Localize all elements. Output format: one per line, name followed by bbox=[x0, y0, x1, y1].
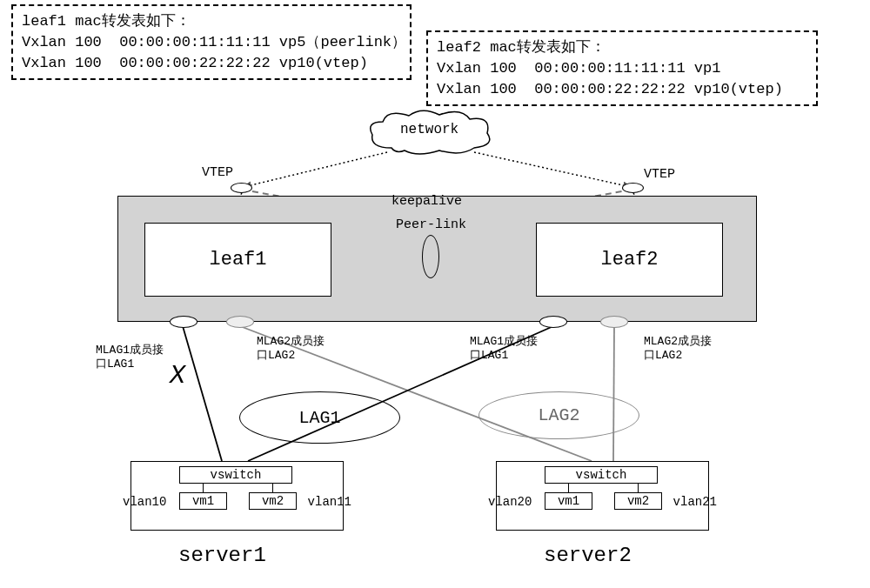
server1-vm2: vm2 bbox=[249, 492, 297, 510]
leaf2-port-lag2 bbox=[600, 316, 628, 328]
leaf2-mac-table: leaf2 mac转发表如下： Vxlan 100 00:00:00:11:11… bbox=[426, 30, 818, 106]
server2-vswitch: vswitch bbox=[545, 466, 658, 484]
vtep-label-right: VTEP bbox=[644, 167, 675, 182]
lag2-group: LAG2 bbox=[478, 391, 639, 439]
vswitch-label: vswitch bbox=[576, 468, 627, 482]
mlag-label-leaf1-lag1: MLAG1成员接口LAG1 bbox=[96, 344, 174, 371]
leaf2-label: leaf2 bbox=[600, 249, 658, 271]
leaf2-port-lag1 bbox=[539, 316, 567, 328]
mlag-label-leaf2-lag1: MLAG1成员接口LAG1 bbox=[470, 335, 548, 362]
leaf1-mac-table: leaf1 mac转发表如下： Vxlan 100 00:00:00:11:11… bbox=[11, 4, 412, 80]
vtep-label-left: VTEP bbox=[202, 165, 233, 180]
link-failure-mark: X bbox=[170, 361, 185, 391]
server1-vm1: vm1 bbox=[179, 492, 227, 510]
vm1-label: vm1 bbox=[192, 494, 214, 508]
server1-vlan-left: vlan10 bbox=[123, 495, 166, 509]
server1-vlan-right: vlan11 bbox=[308, 495, 351, 509]
server2-vlan-right: vlan21 bbox=[673, 495, 717, 509]
mlag-label-leaf2-lag2: MLAG2成员接口LAG2 bbox=[644, 335, 722, 362]
mlag-label-leaf1-lag2: MLAG2成员接口LAG2 bbox=[257, 335, 335, 362]
leaf1-label: leaf1 bbox=[209, 249, 266, 271]
leaf1-switch: leaf1 bbox=[144, 223, 331, 297]
leaf1-mac-title: leaf1 mac转发表如下： bbox=[22, 13, 191, 30]
server2-name: server2 bbox=[544, 544, 632, 567]
svg-line-6 bbox=[613, 326, 614, 461]
server1-vswitch: vswitch bbox=[179, 466, 292, 484]
leaf2-switch: leaf2 bbox=[536, 223, 723, 297]
leaf1-mac-row1: Vxlan 100 00:00:00:11:11:11 vp5（peerlink… bbox=[22, 34, 406, 50]
leaf2-mac-title: leaf2 mac转发表如下： bbox=[437, 39, 606, 56]
peer-link-oval bbox=[422, 235, 439, 278]
vtep-port-right bbox=[622, 183, 644, 193]
leaf1-port-lag2 bbox=[226, 316, 254, 328]
server2-box: vswitch vm1 vm2 vlan20 vlan21 bbox=[496, 461, 709, 531]
server1-name: server1 bbox=[178, 544, 266, 567]
server2-vm2: vm2 bbox=[614, 492, 662, 510]
svg-line-3 bbox=[183, 326, 222, 461]
server2-vlan-left: vlan20 bbox=[488, 495, 532, 509]
leaf1-port-lag1 bbox=[170, 316, 197, 328]
network-label: network bbox=[400, 122, 458, 137]
server2-vm1: vm1 bbox=[545, 492, 592, 510]
leaf2-mac-row2: Vxlan 100 00:00:00:22:22:22 vp10(vtep) bbox=[437, 81, 783, 97]
lag1-group: LAG1 bbox=[239, 391, 400, 444]
vswitch-label: vswitch bbox=[211, 468, 262, 482]
lag2-label: LAG2 bbox=[538, 405, 579, 425]
keepalive-label: keepalive bbox=[392, 194, 462, 209]
leaf2-mac-row1: Vxlan 100 00:00:00:11:11:11 vp1 bbox=[437, 60, 720, 77]
server1-box: vswitch vm1 vm2 vlan10 vlan11 bbox=[130, 461, 344, 531]
vm2-label: vm2 bbox=[627, 494, 649, 508]
lag1-label: LAG1 bbox=[298, 408, 340, 428]
vm1-label: vm1 bbox=[558, 494, 579, 508]
peer-link-label: Peer-link bbox=[396, 217, 466, 232]
leaf1-mac-row2: Vxlan 100 00:00:00:22:22:22 vp10(vtep) bbox=[22, 55, 368, 71]
vtep-port-left bbox=[231, 183, 252, 193]
vm2-label: vm2 bbox=[262, 494, 284, 508]
